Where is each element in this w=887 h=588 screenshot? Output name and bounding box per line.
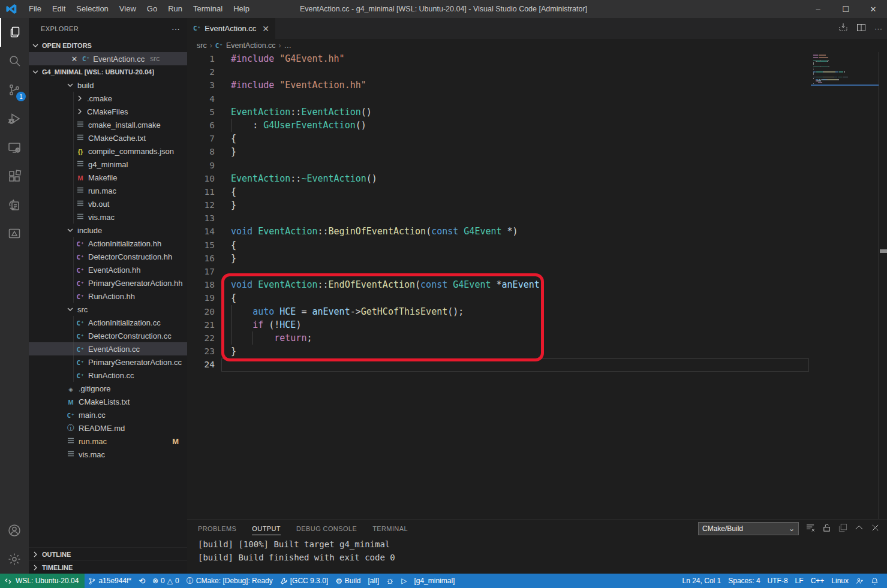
statusbar-item-build[interactable]: ⚙Build (332, 574, 364, 588)
remote-indicator[interactable]: WSL: Ubuntu-20.04 (0, 574, 85, 588)
tree-item-include[interactable]: include (29, 224, 187, 237)
activity-account-icon[interactable] (0, 516, 29, 545)
unlock-icon[interactable] (822, 523, 831, 534)
output-channel-dropdown[interactable]: CMake/Build ⌄ (698, 522, 799, 535)
tree-item-src[interactable]: src (29, 303, 187, 316)
menu-file[interactable]: File (23, 0, 47, 18)
statusbar-item-feedback[interactable] (852, 574, 867, 588)
code-editor[interactable]: 1#include "G4Event.hh"23#include "EventA… (187, 52, 887, 519)
open-in-editor-icon[interactable] (838, 523, 847, 534)
workspace-folder-header[interactable]: G4_MINIMAL [WSL: UBUNTU-20.04] (29, 65, 187, 79)
statusbar-item-ln-24-col-1[interactable]: Ln 24, Col 1 (679, 574, 725, 588)
statusbar-item-play[interactable]: ▷ (398, 574, 410, 588)
close-panel-icon[interactable] (871, 523, 880, 534)
activity-run-debug-icon[interactable] (0, 104, 29, 133)
statusbar-item--all-[interactable]: [all] (364, 574, 383, 588)
activity-extensions-icon[interactable] (0, 162, 29, 191)
activity-source-control-icon[interactable]: 1 (0, 76, 29, 104)
tree-item-runaction-cc[interactable]: C⁺RunAction.cc (29, 369, 187, 382)
statusbar-item-linux[interactable]: Linux (828, 574, 852, 588)
tree-item-compile-commands-json[interactable]: {}compile_commands.json (29, 144, 187, 158)
close-button[interactable]: ✕ (859, 0, 887, 18)
section-timeline[interactable]: TIMELINE (29, 560, 187, 574)
tree-item-primarygeneratoraction-hh[interactable]: C⁺PrimaryGeneratorAction.hh (29, 276, 187, 290)
menu-terminal[interactable]: Terminal (188, 0, 228, 18)
activity-search-icon[interactable] (0, 47, 29, 76)
minimap[interactable] (811, 52, 879, 232)
overview-ruler[interactable] (879, 52, 887, 519)
output-channel-value: CMake/Build (702, 524, 743, 533)
menu-view[interactable]: View (114, 0, 142, 18)
statusbar-item-utf-8[interactable]: UTF-8 (764, 574, 792, 588)
activity-remote-explorer-icon[interactable] (0, 133, 29, 162)
tree-item-readme-md[interactable]: ⓘREADME.md (29, 421, 187, 435)
close-editor-icon[interactable]: ✕ (70, 55, 79, 64)
tree-item-detectorconstruction-cc[interactable]: C⁺DetectorConstruction.cc (29, 329, 187, 342)
statusbar-item-bug[interactable] (383, 574, 398, 588)
activity-cmake-icon[interactable] (0, 219, 29, 248)
tree-item-makefile[interactable]: MMakefile (29, 171, 187, 184)
panel-tab-output[interactable]: OUTPUT (252, 520, 281, 538)
tree-item--cmake[interactable]: .cmake (29, 92, 187, 105)
section-outline[interactable]: OUTLINE (29, 547, 187, 560)
menu-run[interactable]: Run (163, 0, 188, 18)
tab-eventaction[interactable]: C⁺ EventAction.cc ✕ (187, 18, 275, 39)
activity-file-sync-icon[interactable] (0, 191, 29, 219)
tree-item-vis-mac[interactable]: vis.mac (29, 448, 187, 461)
panel-tab-debug-console[interactable]: DEBUG CONSOLE (296, 520, 357, 538)
tree-item-detectorconstruction-hh[interactable]: C⁺DetectorConstruction.hh (29, 250, 187, 263)
menu-go[interactable]: Go (142, 0, 163, 18)
maximize-button[interactable]: ☐ (832, 0, 859, 18)
open-editor-item[interactable]: ✕ C⁺EventAction.ccsrc (29, 52, 187, 65)
tree-item-g4-minimal[interactable]: g4_minimal (29, 158, 187, 171)
statusbar-item-a15e944f-[interactable]: a15e944f* (85, 574, 135, 588)
tree-item-eventaction-hh[interactable]: C⁺EventAction.hh (29, 263, 187, 276)
statusbar-item-bell[interactable] (867, 574, 882, 588)
tree-item-cmakelists-txt[interactable]: MCMakeLists.txt (29, 395, 187, 408)
tree-item-main-cc[interactable]: C⁺main.cc (29, 408, 187, 421)
tree-item-runaction-hh[interactable]: C⁺RunAction.hh (29, 290, 187, 303)
tree-item-cmakefiles[interactable]: CMakeFiles (29, 105, 187, 118)
statusbar-item--gcc-9-3-0-[interactable]: [GCC 9.3.0] (276, 574, 332, 588)
statusbar-item-spaces-4[interactable]: Spaces: 4 (724, 574, 763, 588)
breadcrumb-item[interactable]: … (284, 41, 292, 50)
menu-selection[interactable]: Selection (71, 0, 113, 18)
statusbar-item-cmake-debug-ready[interactable]: ⓘCMake: [Debug]: Ready (183, 574, 276, 588)
breadcrumb-item[interactable]: EventAction.cc (226, 41, 276, 50)
maximize-panel-icon[interactable] (855, 523, 864, 534)
statusbar-item-sync[interactable]: ⟲ (135, 574, 149, 588)
git-modified-badge: M (172, 437, 179, 446)
tree-item-cmakecache-txt[interactable]: CMakeCache.txt (29, 131, 187, 144)
menu-edit[interactable]: Edit (47, 0, 71, 18)
tab-close-icon[interactable]: ✕ (262, 24, 269, 34)
tree-item-run-mac[interactable]: run.mac (29, 184, 187, 197)
tree-item-actioninitialization-cc[interactable]: C⁺ActionInitialization.cc (29, 316, 187, 329)
tree-item-vb-out[interactable]: vb.out (29, 197, 187, 210)
open-editors-header[interactable]: OPEN EDITORS (29, 39, 187, 52)
statusbar-item-lf[interactable]: LF (792, 574, 807, 588)
statusbar-item-0[interactable]: ⊗0△0 (149, 574, 183, 588)
split-editor-icon[interactable] (856, 23, 866, 34)
statusbar-item--g4-minimal-[interactable]: [g4_minimal] (410, 574, 458, 588)
tree-item--gitignore[interactable]: ◈.gitignore (29, 382, 187, 395)
more-actions-icon[interactable]: ··· (874, 24, 882, 33)
output-log[interactable]: [build] [100%] Built target g4_minimal[b… (187, 538, 887, 564)
tree-item-run-mac[interactable]: run.macM (29, 435, 187, 448)
panel-tab-terminal[interactable]: TERMINAL (372, 520, 408, 538)
statusbar-item-c-[interactable]: C++ (807, 574, 828, 588)
tree-item-primarygeneratoraction-cc[interactable]: C⁺PrimaryGeneratorAction.cc (29, 355, 187, 369)
run-build-icon[interactable] (838, 23, 848, 34)
activity-settings-icon[interactable] (0, 545, 29, 574)
tree-item-cmake-install-cmake[interactable]: cmake_install.cmake (29, 118, 187, 131)
menu-help[interactable]: Help (228, 0, 255, 18)
clear-output-icon[interactable] (806, 523, 815, 534)
tree-item-eventaction-cc[interactable]: C⁺EventAction.cc (29, 342, 187, 355)
panel-tab-problems[interactable]: PROBLEMS (198, 520, 236, 538)
breadcrumb-item[interactable]: src (197, 41, 207, 50)
tree-item-vis-mac[interactable]: vis.mac (29, 210, 187, 224)
tree-item-build[interactable]: build (29, 79, 187, 92)
tree-item-actioninitialization-hh[interactable]: C⁺ActionInitialization.hh (29, 237, 187, 250)
explorer-more-actions-icon[interactable]: ··· (172, 24, 180, 34)
minimize-button[interactable]: – (804, 0, 832, 18)
activity-explorer-icon[interactable] (0, 18, 29, 47)
